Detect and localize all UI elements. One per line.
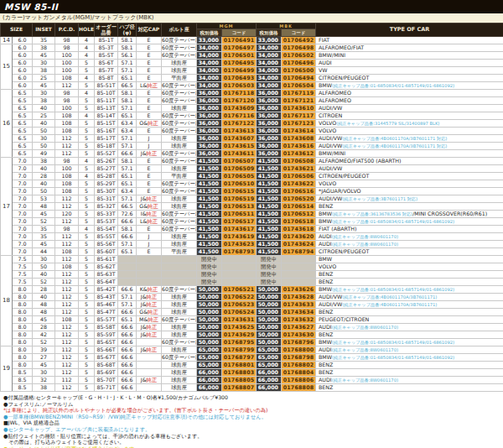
inset-cell: 45 (33, 362, 55, 369)
size-width-cell: 7.0 (13, 226, 33, 233)
cap-cell: J&純正 (137, 331, 162, 339)
mbk-price-cell: 41,500 (257, 241, 282, 248)
type-of-car-cell: CITROEN/PEUGEOT (316, 248, 503, 256)
bolt-seat-cell: 球面座 (162, 331, 197, 339)
hole-cell: 5 (79, 165, 95, 173)
pcd-cell: 108 (55, 316, 79, 324)
product-title: MSW 85-II (0, 0, 503, 13)
hub-diameter-cell: 66.6 (118, 150, 137, 158)
mgm-code-cell: 01768795 (222, 339, 257, 346)
inset-cell: 35 (33, 226, 55, 233)
mgm-code-cell: 01743631 (222, 316, 257, 324)
hole-cell: 5 (79, 120, 95, 128)
mbk-price-cell: 66,000 (257, 377, 282, 384)
cap-cell: E (137, 97, 162, 105)
spec-row: 7.045112585-56T57.1J球面座41,5000174362341,… (1, 241, 503, 248)
order-number-cell: 85-29T (95, 180, 118, 188)
order-number-cell: 85-61T (95, 256, 118, 263)
mbk-code-cell (282, 271, 316, 279)
mbk-code-cell: 01743612 (282, 150, 316, 158)
type-of-car-cell: ALFAROMEO (316, 90, 503, 97)
mgm-code-cell: 01706511 (222, 211, 257, 218)
mbk-price-cell: 50,000 (257, 309, 282, 316)
size-width-cell: 6.0 (13, 44, 33, 52)
cap-cell: L&純正 (137, 218, 162, 226)
spec-row: 7.050108585-30T63.4E60度テーパー座41,500017065… (1, 188, 503, 195)
order-number-cell: 85-26T (95, 158, 118, 165)
mbk-code-cell: 01706514 (282, 203, 316, 211)
cap-cell (137, 271, 162, 279)
spec-table-header: SIZE INSET P.C.D. HOLE オーダー品番 ハブ径(φ) 対応C… (1, 23, 503, 37)
order-number-cell: 85-70T (95, 377, 118, 384)
size-width-cell: 7.0 (13, 203, 33, 211)
hole-cell: 5 (79, 180, 95, 188)
inset-cell: 38 (33, 67, 55, 75)
hole-cell: 5 (79, 324, 95, 331)
hole-cell: 5 (79, 248, 95, 256)
mgm-code-cell: 01767118 (222, 90, 257, 97)
spec-row: 6.53898585-11T58.1E60度テーパー座36,0000176712… (1, 97, 503, 105)
pcd-cell: 112 (55, 369, 79, 377)
hub-diameter-cell: 66.6 (118, 218, 137, 226)
mgm-code-cell: 01706491 (222, 37, 257, 44)
size-width-cell: 8.0 (13, 354, 33, 362)
inset-cell: 38 (33, 44, 55, 52)
order-number-cell: 85-13T (95, 105, 118, 112)
mbk-price-cell: 50,000 (257, 331, 282, 339)
hole-cell: 5 (79, 316, 95, 324)
type-of-car-cell: CITROEN/PEUGEOT (316, 173, 503, 180)
type-of-car-cell: VOLVO(純正キャップ品番:31445779 SIL/31400897 BLK… (316, 120, 503, 128)
hub-diameter-cell: 57.1 (118, 135, 137, 143)
hole-cell: 5 (79, 82, 95, 90)
hole-cell: 5 (79, 294, 95, 301)
pcd-cell: 112 (55, 331, 79, 339)
size-width-cell: 8.0 (13, 309, 33, 316)
mgm-code-cell (222, 279, 257, 286)
mbk-code-cell (282, 279, 316, 286)
spec-row: 6.540100585-13T57.1E球面座36,0000174360936,… (1, 105, 503, 112)
cap-cell: E (137, 188, 162, 195)
hub-diameter-cell: 57.1 (118, 165, 137, 173)
order-number-cell: 85-51T (95, 82, 118, 90)
inset-cell: 52 (33, 279, 55, 286)
hub-diameter-cell: 63.4 (118, 128, 137, 135)
mbk-code-cell: 01743621 (282, 165, 316, 173)
hole-cell: 5 (79, 362, 95, 369)
type-of-car-cell: VOLVO (316, 128, 503, 135)
order-number-cell: 85-43T (95, 294, 118, 301)
spec-row: 6.045112585-51T66.5L&純正60度テーパー座34,000017… (1, 82, 503, 90)
order-number-cell: 85-10T (95, 90, 118, 97)
bolt-seat-cell: 60度テーパー座 (162, 211, 197, 218)
hole-cell: 5 (79, 67, 95, 75)
mgm-code-cell: 01743609 (222, 105, 257, 112)
mbk-code-cell: 01743632 (282, 316, 316, 324)
mbk-code-cell: 01768808 (282, 384, 316, 392)
hole-cell: 5 (79, 128, 95, 135)
type-of-car-cell: VOLVO (316, 180, 503, 188)
col-group-mgm: MGM (197, 23, 257, 29)
bolt-seat-cell: 球面座 (162, 203, 197, 211)
mbk-price-cell: 41,500 (257, 180, 282, 188)
hub-diameter-cell: 57.1 (118, 294, 137, 301)
order-number-cell: 85-55T (95, 233, 118, 241)
size-width-cell: 6.5 (13, 97, 33, 105)
mbk-code-cell: 01768794 (282, 248, 316, 256)
type-of-car-cell: AUDI(純正キャップ品番:8W0601170) (316, 241, 503, 248)
order-number-cell: 85-30T (95, 188, 118, 195)
order-number-cell: 85-1T (95, 37, 118, 44)
type-of-car-cell: BMW (316, 256, 503, 263)
order-number-cell: 85-8T (95, 75, 118, 82)
hub-diameter-cell: 66.6 (118, 362, 137, 369)
bolt-seat-cell: 60度テーパー座 (162, 52, 197, 60)
bolt-seat-cell (162, 256, 197, 263)
bolt-seat-cell: 60度テーパー座 (162, 37, 197, 44)
mgm-code-cell: 01743629 (222, 331, 257, 339)
mgm-code-cell: 01767116 (222, 112, 257, 120)
spec-row: 7.540112585-63T開発中開発中BENZ (1, 271, 503, 279)
col-header-inset: INSET (33, 23, 55, 37)
hub-diameter-cell: 58.1 (118, 44, 137, 52)
cap-cell (137, 339, 162, 346)
inset-cell: 28 (33, 173, 55, 180)
spec-row: 6.540108585-15T63.4O&純正60度テーパー座36,000017… (1, 120, 503, 128)
size-diameter-cell: 16 (1, 90, 13, 158)
